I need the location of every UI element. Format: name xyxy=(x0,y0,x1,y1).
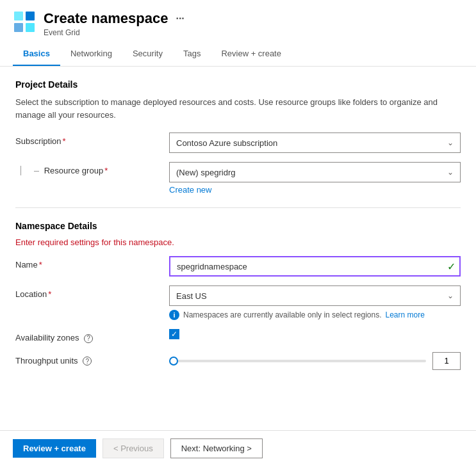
location-chevron-icon: ⌄ xyxy=(447,291,454,300)
tab-tags[interactable]: Tags xyxy=(173,42,211,66)
resource-group-chevron-icon: ⌄ xyxy=(447,168,454,177)
throughput-units-tooltip-icon[interactable]: ? xyxy=(83,357,92,366)
availability-zones-row: Availability zones ? ✓ xyxy=(15,329,461,343)
svg-rect-2 xyxy=(14,23,23,32)
ellipsis-menu-button[interactable]: ··· xyxy=(176,13,184,24)
resource-group-label: Resource group xyxy=(44,166,104,175)
throughput-value-input[interactable] xyxy=(432,352,461,370)
subscription-dropdown[interactable]: Contoso Azure subscription ⌄ xyxy=(169,133,461,153)
svg-rect-1 xyxy=(26,12,35,20)
tab-bar: Basics Networking Security Tags Review +… xyxy=(0,42,476,67)
svg-rect-0 xyxy=(14,12,23,20)
availability-zones-checkbox[interactable]: ✓ xyxy=(169,329,179,339)
tab-review-create[interactable]: Review + create xyxy=(211,42,291,66)
name-label: Name* xyxy=(15,256,169,269)
location-value: East US xyxy=(176,291,207,301)
event-grid-icon xyxy=(13,10,36,33)
location-info-row: i Namespaces are currently available onl… xyxy=(169,310,461,320)
resource-group-dropdown[interactable]: (New) spegridrg ⌄ xyxy=(169,162,461,182)
next-button[interactable]: Next: Networking > xyxy=(170,438,263,458)
page-subtitle: Event Grid xyxy=(44,28,185,37)
previous-button: < Previous xyxy=(103,438,164,458)
slider-thumb[interactable] xyxy=(169,357,178,366)
location-info-text: Namespaces are currently available only … xyxy=(183,310,382,319)
tab-security[interactable]: Security xyxy=(122,42,173,66)
resource-group-row: Resource group* (New) spegridrg ⌄ Create… xyxy=(15,162,461,195)
main-content: Project Details Select the subscription … xyxy=(0,67,476,392)
throughput-units-control xyxy=(169,352,461,370)
availability-zones-checkbox-container: ✓ xyxy=(169,329,461,339)
location-dropdown[interactable]: East US ⌄ xyxy=(169,285,461,306)
resource-group-label-wrap: Resource group* xyxy=(15,162,169,175)
header-text-group: Create namespace ··· Event Grid xyxy=(44,10,185,37)
availability-zones-tooltip-icon[interactable]: ? xyxy=(84,334,93,343)
throughput-units-label: Throughput units ? xyxy=(15,352,169,366)
location-label: Location* xyxy=(15,285,169,299)
page-header: Create namespace ··· Event Grid xyxy=(0,0,476,42)
subscription-chevron-icon: ⌄ xyxy=(447,138,454,147)
subscription-dropdown-wrap: Contoso Azure subscription ⌄ xyxy=(169,133,461,153)
resource-group-control-wrap: (New) spegridrg ⌄ Create new xyxy=(169,162,461,195)
throughput-slider-track[interactable] xyxy=(169,360,426,362)
create-new-link[interactable]: Create new xyxy=(169,185,211,195)
review-create-button[interactable]: Review + create xyxy=(13,439,96,458)
tab-basics[interactable]: Basics xyxy=(13,42,60,66)
location-row: Location* East US ⌄ i Namespaces are cur… xyxy=(15,285,461,320)
checkbox-check-icon: ✓ xyxy=(171,330,177,338)
project-details-title: Project Details xyxy=(15,79,461,90)
project-details-desc: Select the subscription to manage deploy… xyxy=(15,96,461,121)
location-control-wrap: East US ⌄ i Namespaces are currently ava… xyxy=(169,285,461,320)
tab-networking[interactable]: Networking xyxy=(60,42,122,66)
name-input[interactable] xyxy=(169,256,461,277)
availability-zones-label: Availability zones ? xyxy=(15,329,169,343)
availability-zones-control: ✓ xyxy=(169,329,461,339)
info-icon: i xyxy=(169,310,179,320)
namespace-details-section: Namespace Details Enter required setting… xyxy=(15,221,461,370)
throughput-units-row: Throughput units ? xyxy=(15,352,461,370)
subscription-label: Subscription* xyxy=(15,133,169,146)
learn-more-link[interactable]: Learn more xyxy=(386,310,425,319)
namespace-details-title: Namespace Details xyxy=(15,221,461,231)
svg-rect-3 xyxy=(26,23,35,32)
name-input-wrap: ✓ xyxy=(169,256,461,277)
footer: Review + create < Previous Next: Network… xyxy=(0,430,476,466)
subscription-value: Contoso Azure subscription xyxy=(176,138,277,148)
name-row: Name* ✓ xyxy=(15,256,461,277)
namespace-details-desc: Enter required settings for this namespa… xyxy=(15,237,461,247)
resource-group-value: (New) spegridrg xyxy=(176,168,235,177)
page-title: Create namespace ··· xyxy=(44,10,185,27)
slider-container xyxy=(169,352,461,370)
section-divider xyxy=(15,207,461,208)
check-icon: ✓ xyxy=(447,261,455,273)
subscription-row: Subscription* Contoso Azure subscription… xyxy=(15,133,461,153)
